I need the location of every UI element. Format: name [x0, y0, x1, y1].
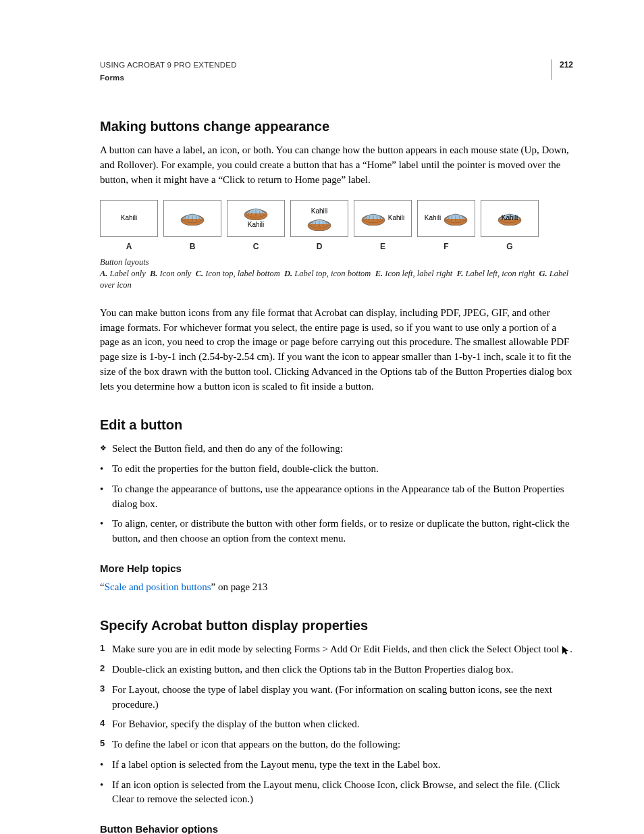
heading-more-help: More Help topics [100, 561, 573, 576]
header-section: Forms [100, 72, 237, 84]
step-number: 3 [100, 683, 112, 712]
shell-icon [361, 212, 385, 224]
heading-specify-display: Specify Acrobat button display propertie… [100, 616, 573, 635]
figure-letter: B [163, 241, 221, 253]
select-object-tool-icon [562, 645, 570, 654]
bullet-icon: • [100, 778, 112, 808]
shell-icon [444, 212, 468, 224]
shell-icon [180, 212, 205, 224]
step-text: Make sure you are in edit mode by select… [112, 642, 573, 657]
bullet-icon: • [100, 517, 112, 546]
step-number: 4 [100, 717, 112, 732]
more-help-line: “Scale and position buttons” on page 213 [100, 580, 573, 595]
header-doc-title: USING ACROBAT 9 PRO EXTENDED [100, 59, 237, 71]
step-text: For Behavior, specify the display of the… [112, 717, 573, 732]
heading-behavior-options: Button Behavior options [100, 822, 573, 834]
step-text: For Layout, choose the type of label dis… [112, 683, 573, 712]
list-item-text: If an icon option is selected from the L… [112, 778, 573, 808]
swatch-label-over: Kahili [481, 200, 539, 237]
step-item: 2 Double-click an existing button, and t… [100, 662, 573, 677]
shell-icon [307, 217, 331, 230]
swatch-label: Kahili [502, 213, 518, 224]
figure-button-layouts: Kahili Kahili Kahili Kahili Kahili [100, 200, 573, 291]
step-text: Double-click an existing button, and the… [112, 662, 573, 677]
list-item-text: Select the Button field, and then do any… [112, 442, 573, 457]
step-item: 4 For Behavior, specify the display of t… [100, 717, 573, 732]
swatch-label-top: Kahili [290, 200, 348, 237]
list-item-text: To align, center, or distribute the butt… [112, 517, 573, 546]
list-item: • If a label option is selected from the… [100, 758, 573, 773]
page-number: 212 [560, 59, 573, 71]
list-item-text: To edit the properties for the button fi… [112, 462, 379, 477]
paragraph-icon-formats: You can make button icons from any file … [100, 306, 573, 394]
step-number: 2 [100, 662, 112, 677]
figure-letter: G [481, 241, 539, 253]
paragraph-intro: A button can have a label, an icon, or b… [100, 143, 573, 187]
step-item: 3 For Layout, choose the type of label d… [100, 683, 573, 712]
bullet-icon: • [100, 462, 112, 477]
list-item-text: To change the appearance of buttons, use… [112, 482, 573, 512]
figure-letter-row: A B C D E F G [100, 241, 573, 253]
swatch-label: Kahili [248, 220, 264, 230]
figure-letter: D [290, 241, 348, 253]
list-item: • To align, center, or distribute the bu… [100, 517, 573, 546]
heading-making-buttons: Making buttons change appearance [100, 117, 573, 136]
step-text: To define the label or icon that appears… [112, 737, 573, 752]
diamond-bullet-icon: ❖ [100, 442, 112, 457]
figure-letter: E [354, 241, 412, 253]
heading-edit-button: Edit a button [100, 415, 573, 435]
figure-letter: A [100, 241, 158, 253]
swatch-icon-top: Kahili [227, 200, 285, 237]
swatch-label: Kahili [311, 207, 327, 217]
shell-icon [244, 207, 268, 219]
swatch-icon-only [163, 200, 221, 237]
figure-caption-legend: A. Label only B. Icon only C. Icon top, … [100, 268, 573, 291]
list-item: • To change the appearance of buttons, u… [100, 482, 573, 512]
list-item: • If an icon option is selected from the… [100, 778, 573, 808]
swatch-icon-left: Kahili [354, 200, 412, 237]
list-item-text: If a label option is selected from the L… [112, 758, 441, 773]
swatch-label: Kahili [388, 213, 404, 224]
swatch-label-only: Kahili [100, 200, 158, 237]
step-item: 1 Make sure you are in edit mode by sele… [100, 642, 573, 657]
step-number: 5 [100, 737, 112, 752]
link-scale-position[interactable]: Scale and position buttons [105, 581, 211, 592]
figure-letter: C [227, 241, 285, 253]
figure-caption-title: Button layouts [100, 256, 573, 268]
page-number-container: 212 [551, 59, 573, 80]
swatch-label: Kahili [121, 213, 137, 224]
list-item-intro: ❖ Select the Button field, and then do a… [100, 442, 573, 457]
swatch-label-left: Kahili [417, 200, 475, 237]
step-number: 1 [100, 642, 112, 657]
step-item: 5 To define the label or icon that appea… [100, 737, 573, 752]
figure-letter: F [417, 241, 475, 253]
swatch-label: Kahili [425, 213, 441, 224]
bullet-icon: • [100, 482, 112, 512]
list-item: • To edit the properties for the button … [100, 462, 573, 477]
page-header: USING ACROBAT 9 PRO EXTENDED Forms 212 [100, 59, 573, 83]
bullet-icon: • [100, 758, 112, 773]
